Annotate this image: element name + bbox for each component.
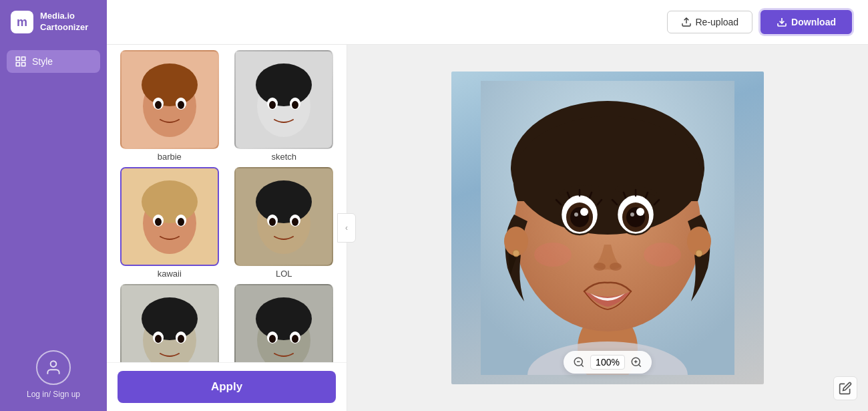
login-label[interactable]: Log in/ Sign up: [27, 389, 80, 400]
svg-point-57: [696, 250, 702, 257]
svg-point-26: [155, 218, 162, 226]
svg-point-23: [142, 180, 198, 223]
svg-point-68: [630, 213, 634, 217]
style-item-caricature[interactable]: caricature: [118, 284, 222, 362]
preview-image: [451, 72, 764, 384]
style-icon: [15, 55, 27, 67]
preview-area: [347, 45, 868, 411]
style-thumb-sketch: [234, 50, 333, 149]
zoom-in-button[interactable]: [630, 356, 642, 368]
svg-rect-3: [22, 57, 25, 60]
apply-button[interactable]: Apply: [118, 371, 336, 403]
style-item-lol[interactable]: LOL: [232, 167, 337, 279]
svg-rect-4: [22, 63, 25, 66]
zoom-input[interactable]: [590, 355, 625, 370]
logo-letter: m: [17, 15, 27, 29]
svg-point-12: [155, 101, 162, 109]
style-label-sketch: sketch: [271, 152, 296, 162]
main-content: Style Log in/ Sign up barbie: [0, 45, 868, 411]
style-thumb-kawaii: [120, 167, 219, 266]
style-label-kawaii: kawaii: [158, 269, 182, 279]
style-thumb-caricature: [120, 284, 219, 362]
svg-point-27: [178, 218, 184, 226]
svg-point-47: [269, 335, 276, 343]
style-thumb-lol: [234, 167, 333, 266]
user-avatar[interactable]: [36, 350, 71, 385]
svg-rect-5: [16, 63, 19, 66]
edit-button[interactable]: [833, 376, 857, 400]
logo-text: Media.io Cartoonizer: [40, 11, 88, 33]
style-thumb-american_comics: [234, 284, 333, 362]
svg-point-33: [269, 218, 276, 226]
svg-point-6: [51, 361, 57, 367]
style-item-american_comics[interactable]: american comics: [232, 284, 337, 362]
sidebar-item-style[interactable]: Style: [7, 50, 100, 73]
sidebar-bottom: Log in/ Sign up: [27, 350, 80, 400]
svg-point-19: [269, 101, 276, 109]
svg-point-44: [256, 297, 312, 340]
svg-point-67: [636, 208, 644, 216]
reupload-button[interactable]: Re-upload: [667, 11, 753, 33]
apply-bar: Apply: [107, 362, 347, 411]
style-item-sketch[interactable]: sketch: [232, 50, 337, 162]
download-button[interactable]: Download: [761, 10, 852, 34]
svg-point-82: [534, 243, 572, 267]
zoom-in-icon: [630, 356, 642, 368]
svg-point-83: [644, 243, 681, 267]
zoom-controls: [564, 351, 652, 374]
collapse-handle[interactable]: ‹: [337, 213, 356, 243]
svg-point-62: [574, 213, 578, 217]
svg-point-56: [513, 250, 519, 257]
svg-point-80: [594, 263, 606, 271]
svg-point-34: [292, 218, 298, 226]
zoom-out-button[interactable]: [573, 356, 585, 368]
style-item-kawaii[interactable]: kawaii: [118, 167, 222, 279]
zoom-out-icon: [573, 356, 585, 368]
header: m Media.io Cartoonizer Re-upload Downloa…: [0, 0, 868, 45]
svg-line-88: [638, 364, 640, 366]
svg-point-40: [155, 335, 162, 343]
header-buttons: Re-upload Download: [667, 10, 853, 34]
svg-point-37: [142, 297, 198, 340]
svg-line-85: [581, 364, 583, 366]
style-label-lol: LOL: [276, 269, 292, 279]
svg-point-20: [292, 101, 298, 109]
edit-icon: [839, 382, 852, 395]
preview-container: [451, 72, 764, 384]
svg-point-48: [292, 335, 298, 343]
svg-point-61: [580, 208, 588, 216]
style-panel: barbie sketch kawaii: [107, 45, 347, 411]
user-icon: [45, 359, 62, 376]
cartoon-face-svg: [481, 81, 734, 375]
svg-point-13: [178, 101, 184, 109]
svg-point-41: [178, 335, 184, 343]
logo-icon: m: [11, 11, 33, 33]
style-grid: barbie sketch kawaii: [107, 45, 347, 362]
logo-area: m Media.io Cartoonizer: [0, 0, 107, 45]
svg-point-81: [610, 263, 622, 271]
svg-point-30: [256, 180, 312, 223]
sidebar-style-label: Style: [32, 56, 53, 67]
sidebar: Style Log in/ Sign up: [0, 45, 107, 411]
svg-point-9: [142, 63, 198, 106]
style-thumb-barbie: [120, 50, 219, 149]
svg-rect-2: [16, 57, 19, 60]
style-item-barbie[interactable]: barbie: [118, 50, 222, 162]
download-icon: [777, 17, 787, 27]
svg-point-16: [256, 63, 312, 106]
upload-icon: [681, 17, 692, 27]
style-label-barbie: barbie: [158, 152, 182, 162]
